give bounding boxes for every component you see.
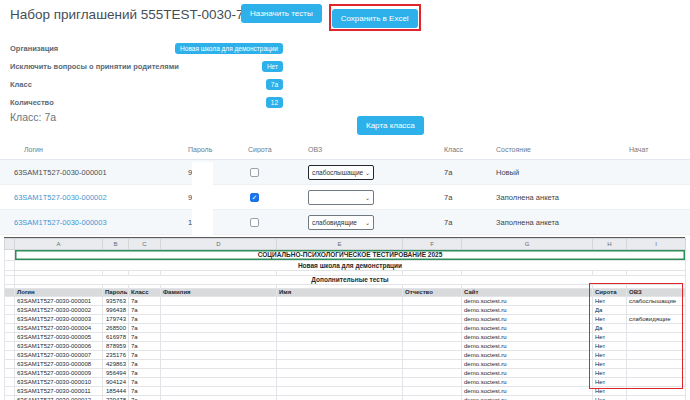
invites-table-row: 63SAM1T527-0030-000003 1 слабовидящие ⌄ … [0,210,690,235]
excel-cell: 7а [129,378,161,387]
excel-header-cell: Имя [277,289,403,297]
excel-row-number-cell [5,324,15,333]
orphan-checkbox[interactable] [250,218,259,227]
excel-header-cell: Класс [129,289,161,297]
class-cell: 7а [440,218,492,227]
excel-cell: demo.soctest.ru [462,297,593,306]
class-value-badge[interactable]: 7а [266,79,283,90]
save-excel-button[interactable]: Сохранить в Excel [332,9,418,28]
excel-cell [161,360,277,369]
quantity-label: Количество [10,98,54,107]
orphan-checkbox[interactable] [250,168,259,177]
excel-cell [403,324,462,333]
excel-cell: demo.soctest.ru [462,324,593,333]
ovz-cell: ⌄ [306,190,440,205]
excel-cell: 7а [129,333,161,342]
login-cell[interactable]: 63SAM1T527-0030-000003 [10,218,186,227]
excel-cell: 63SAM1T527-0030-000007 [15,351,103,360]
quantity-value-badge[interactable]: 12 [266,97,283,108]
ovz-cell: слабовидящие ⌄ [306,215,440,230]
excel-cell [277,351,403,360]
assign-tests-button[interactable]: Назначить тесты [241,4,322,23]
excel-header-cell: Логин [15,289,103,297]
excel-cell [277,378,403,387]
excel-cell: 63SAM1T527-0030-000008 [15,360,103,369]
excel-cell [161,342,277,351]
excel-row-number-cell [5,396,15,400]
form-row-quantity: Количество 12 [10,93,283,111]
orphan-cell: ✓ [246,192,306,202]
exclude-parent-questions-value-badge[interactable]: Нет [262,61,283,72]
excel-cell [277,297,403,306]
excel-cell: demo.soctest.ru [462,396,593,400]
excel-cell [277,342,403,351]
excel-cell: 63SAM1T527-0030-000012 [15,396,103,400]
excel-cell: 63SAM1T527-0030-000009 [15,369,103,378]
excel-row-number-cell [5,306,15,315]
column-header-class: Класс [440,146,492,153]
password-redaction-mask [192,162,213,235]
organization-value-badge[interactable]: Новая школа для демонстрации [175,43,283,54]
excel-cell [403,306,462,315]
ovz-select[interactable]: слабовидящие ⌄ [308,215,374,230]
excel-cell [403,360,462,369]
excel-cell: 7а [129,297,161,306]
excel-row-number-cell [5,250,15,261]
excel-cell: 63SAM1T527-0030-000001 [15,297,103,306]
excel-cell [403,315,462,324]
excel-cell: 63SAM1T527-0030-000010 [15,378,103,387]
excel-cell: 63SAM1T527-0030-000004 [15,324,103,333]
column-header-started: Начат [625,146,690,153]
page-title: Набор приглашений 555TEST-0030-7a [10,7,251,22]
exclude-parent-questions-label: Исключить вопросы о принятии родителями [10,62,179,71]
ovz-select[interactable]: ⌄ [308,190,374,205]
form-row-organization: Организация Новая школа для демонстрации [10,39,283,57]
excel-cell [161,369,277,378]
excel-row-number-cell [5,360,15,369]
excel-column-letter: C [129,239,161,250]
excel-cell: 7а [129,306,161,315]
annotation-box-save-button: Сохранить в Excel [329,4,421,31]
orphan-checkbox[interactable]: ✓ [250,193,259,202]
ovz-selected-value: слабослышащие [312,169,363,176]
excel-cell [403,369,462,378]
invites-table-row: 63SAM1T527-0030-000001 9 слабослышащие ⌄… [0,160,690,185]
login-cell: 63SAM1T527-0030-000001 [10,168,186,177]
column-header-login: Логин [10,146,186,153]
excel-cell: 7а [129,387,161,396]
excel-header-cell: Фамилия [161,289,277,297]
excel-cell [161,315,277,324]
excel-cell: demo.soctest.ru [462,360,593,369]
class-section-heading: Класс: 7а [10,111,56,123]
excel-column-letter: H [593,239,627,250]
excel-organization-cell: Новая школа для демонстрации [15,261,686,271]
state-cell: Новый [492,168,625,177]
excel-cell [277,324,403,333]
excel-cell [161,378,277,387]
class-map-button[interactable]: Карта класса [357,116,424,135]
excel-cell: 956494 [103,369,129,378]
excel-cell [161,306,277,315]
excel-corner-cell [5,239,15,250]
ovz-select[interactable]: слабослышащие ⌄ [308,165,374,180]
form-row-exclude-parent-questions: Исключить вопросы о принятии родителями … [10,57,283,75]
excel-cell [277,306,403,315]
excel-cell: 7а [129,351,161,360]
excel-cell: 63SAM1T527-0030-000011 [15,387,103,396]
excel-cell [277,315,403,324]
excel-cell: 7а [129,369,161,378]
excel-cell: demo.soctest.ru [462,342,593,351]
excel-cell: 996438 [103,306,129,315]
class-cell: 7а [440,168,492,177]
excel-row-number-cell [5,289,15,297]
column-header-password: Пароль [186,146,246,153]
excel-cell: 268500 [103,324,129,333]
excel-section-cell: Дополнительные тесты [15,276,686,285]
annotation-box-orphan-ovz-columns [589,283,683,389]
excel-column-letter: A [15,239,103,250]
login-cell[interactable]: 63SAM1T527-0030-000002 [10,193,186,202]
excel-cell: 7а [129,360,161,369]
invites-table-header: Логин Пароль Сирота ОВЗ Класс Состояние … [0,139,690,160]
column-header-orphan: Сирота [246,146,306,153]
excel-cell [277,387,403,396]
